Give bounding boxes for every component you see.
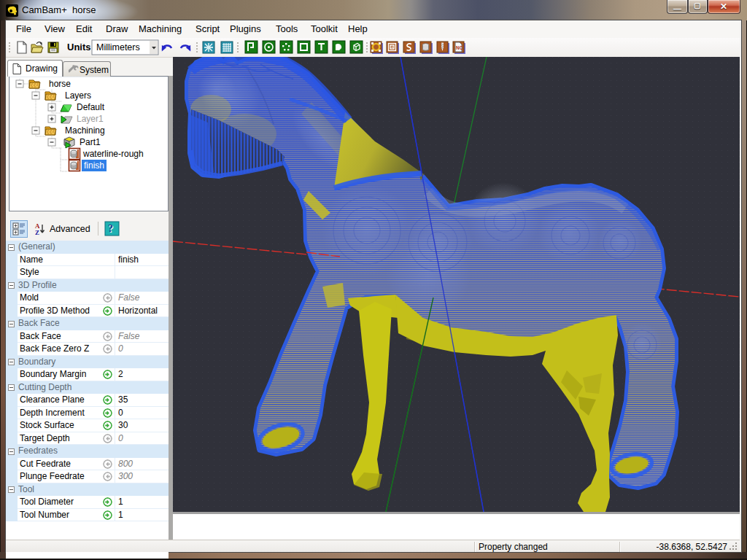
svg-text:?: ?	[108, 223, 113, 234]
svg-text:NC: NC	[456, 45, 463, 50]
svg-text:Advanced: Advanced	[50, 224, 90, 234]
svg-text:Units: Units	[67, 42, 91, 52]
svg-text:Z: Z	[35, 229, 39, 236]
svg-text:Millimeters: Millimeters	[96, 42, 140, 52]
